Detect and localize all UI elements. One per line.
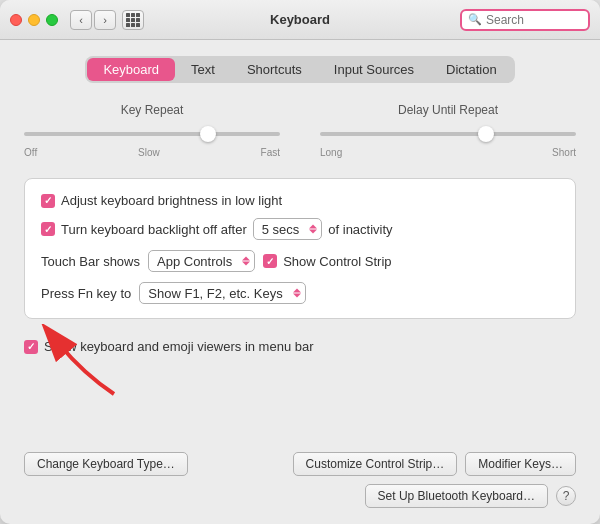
tab-keyboard[interactable]: Keyboard: [87, 58, 175, 81]
search-icon: 🔍: [468, 13, 482, 26]
secs-dropdown[interactable]: 5 secs: [253, 218, 323, 240]
bottom-right-buttons: Customize Control Strip… Modifier Keys…: [293, 452, 576, 476]
delay-repeat-slider-group: Delay Until Repeat Long Short: [320, 103, 576, 158]
close-button[interactable]: [10, 14, 22, 26]
keyboard-window: ‹ › Keyboard 🔍 Keyboard Text Shortcuts: [0, 0, 600, 524]
last-row: Set Up Bluetooth Keyboard… ?: [24, 484, 576, 508]
bottom-buttons: Change Keyboard Type… Customize Control …: [24, 442, 576, 476]
backlight-label: Turn keyboard backlight off after: [61, 222, 247, 237]
touch-bar-label: Touch Bar shows: [41, 254, 140, 269]
bluetooth-keyboard-btn[interactable]: Set Up Bluetooth Keyboard…: [365, 484, 548, 508]
content-area: Keyboard Text Shortcuts Input Sources Di…: [0, 40, 600, 524]
checkmark-icon: ✓: [44, 195, 52, 206]
fn-key-row: Press Fn key to Show F1, F2, etc. Keys: [41, 282, 559, 304]
fn-key-value: Show F1, F2, etc. Keys: [148, 286, 282, 301]
delay-repeat-track-bg: [320, 132, 576, 136]
titlebar: ‹ › Keyboard 🔍: [0, 0, 600, 40]
checkmark-icon-3: ✓: [266, 256, 274, 267]
tab-shortcuts[interactable]: Shortcuts: [231, 58, 318, 81]
options-section: ✓ Adjust keyboard brightness in low ligh…: [24, 178, 576, 319]
touch-bar-value: App Controls: [157, 254, 232, 269]
search-box[interactable]: 🔍: [460, 9, 590, 31]
tab-bar-container: Keyboard Text Shortcuts Input Sources Di…: [24, 56, 576, 83]
fn-key-label: Press Fn key to: [41, 286, 131, 301]
delay-repeat-title: Delay Until Repeat: [398, 103, 498, 117]
backlight-suffix: of inactivity: [328, 222, 392, 237]
checkmark-icon-2: ✓: [44, 224, 52, 235]
back-button[interactable]: ‹: [70, 10, 92, 30]
key-repeat-label-off: Off: [24, 147, 37, 158]
emoji-row: ✓ Show keyboard and emoji viewers in men…: [24, 339, 576, 354]
grid-icon: [126, 13, 140, 27]
key-repeat-labels: Off Slow Fast: [24, 147, 280, 158]
customize-control-btn[interactable]: Customize Control Strip…: [293, 452, 458, 476]
fn-dropdown-arrow: [293, 289, 301, 298]
key-repeat-slider-group: Key Repeat Off Slow Fast: [24, 103, 280, 158]
fn-key-dropdown[interactable]: Show F1, F2, etc. Keys: [139, 282, 305, 304]
forward-button[interactable]: ›: [94, 10, 116, 30]
minimize-button[interactable]: [28, 14, 40, 26]
backlight-checkbox[interactable]: ✓: [41, 222, 55, 236]
adjust-brightness-row: ✓ Adjust keyboard brightness in low ligh…: [41, 193, 559, 208]
show-control-strip-checkbox[interactable]: ✓: [263, 254, 277, 268]
window-title: Keyboard: [270, 12, 330, 27]
window-content: Keyboard Text Shortcuts Input Sources Di…: [0, 40, 600, 524]
touch-bar-row: Touch Bar shows App Controls ✓ Show Cont…: [41, 250, 559, 272]
help-button[interactable]: ?: [556, 486, 576, 506]
backlight-off-row: ✓ Turn keyboard backlight off after 5 se…: [41, 218, 559, 240]
arrow-annotation: [34, 324, 154, 404]
secs-value: 5 secs: [262, 222, 300, 237]
secs-dropdown-arrow: [309, 225, 317, 234]
key-repeat-thumb[interactable]: [200, 126, 216, 142]
show-control-strip-row: ✓ Show Control Strip: [263, 254, 391, 269]
search-input[interactable]: [486, 13, 582, 27]
checkmark-icon-4: ✓: [27, 341, 35, 352]
change-keyboard-button[interactable]: Change Keyboard Type…: [24, 452, 188, 476]
adjust-brightness-checkbox[interactable]: ✓: [41, 194, 55, 208]
key-repeat-label-slow: Slow: [138, 147, 160, 158]
tab-bar: Keyboard Text Shortcuts Input Sources Di…: [85, 56, 514, 83]
maximize-button[interactable]: [46, 14, 58, 26]
annotation-area: [24, 354, 576, 414]
nav-buttons: ‹ ›: [70, 10, 116, 30]
delay-repeat-labels: Long Short: [320, 147, 576, 158]
delay-repeat-label-long: Long: [320, 147, 342, 158]
delay-repeat-track[interactable]: [320, 125, 576, 143]
adjust-brightness-label: Adjust keyboard brightness in low light: [61, 193, 282, 208]
touch-bar-dropdown-arrow: [242, 257, 250, 266]
key-repeat-label-fast: Fast: [261, 147, 280, 158]
tab-text[interactable]: Text: [175, 58, 231, 81]
change-keyboard-btn[interactable]: Change Keyboard Type…: [24, 452, 188, 476]
emoji-checkbox[interactable]: ✓: [24, 340, 38, 354]
delay-repeat-thumb[interactable]: [478, 126, 494, 142]
traffic-lights: [10, 14, 58, 26]
show-control-strip-label: Show Control Strip: [283, 254, 391, 269]
tab-dictation[interactable]: Dictation: [430, 58, 513, 81]
touch-bar-dropdown[interactable]: App Controls: [148, 250, 255, 272]
key-repeat-title: Key Repeat: [121, 103, 184, 117]
key-repeat-track-bg: [24, 132, 280, 136]
grid-view-button[interactable]: [122, 10, 144, 30]
modifier-keys-btn[interactable]: Modifier Keys…: [465, 452, 576, 476]
key-repeat-track[interactable]: [24, 125, 280, 143]
sliders-row: Key Repeat Off Slow Fast Delay Until Rep…: [24, 103, 576, 158]
emoji-label: Show keyboard and emoji viewers in menu …: [44, 339, 314, 354]
tab-input-sources[interactable]: Input Sources: [318, 58, 430, 81]
delay-repeat-label-short: Short: [552, 147, 576, 158]
